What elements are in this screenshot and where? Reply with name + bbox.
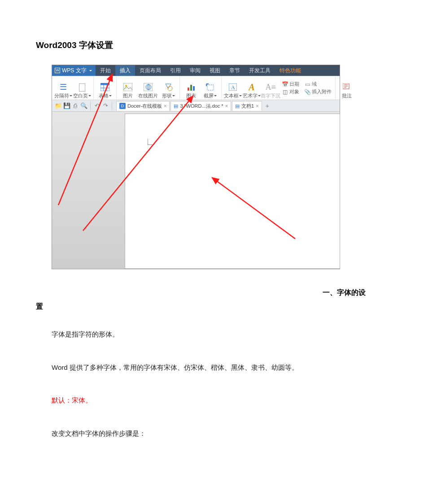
- docer-icon: D: [119, 103, 126, 109]
- doc-tab-doc1[interactable]: ▤ 文档1 ×: [232, 101, 262, 111]
- caret-down-icon: [239, 95, 242, 96]
- table-label: 表格: [99, 92, 109, 99]
- menu-references[interactable]: 引用: [166, 65, 185, 76]
- menu-special[interactable]: 特色功能: [275, 65, 306, 76]
- blank-page-icon: [79, 83, 85, 92]
- ribbon-text-col2: ▭域 📎插入附件: [302, 81, 333, 95]
- wordart-label: 艺术字: [243, 92, 258, 99]
- app-menu-button[interactable]: W WPS 文字: [52, 65, 96, 76]
- caret-down-icon: [70, 95, 72, 96]
- dropcap-label: 首字下沉: [261, 92, 280, 99]
- picture-button[interactable]: 图片: [118, 77, 137, 99]
- blank-page-label: 空白页: [73, 92, 88, 99]
- section-heading-cont: 置: [36, 302, 388, 311]
- object-label: 对象: [289, 88, 299, 95]
- svg-point-7: [125, 85, 127, 87]
- close-icon[interactable]: ×: [164, 103, 166, 109]
- svg-rect-14: [188, 88, 189, 91]
- picture-icon: [123, 83, 133, 92]
- field-label: 域: [312, 81, 317, 88]
- save-icon[interactable]: 💾: [63, 102, 70, 110]
- new-tab-button[interactable]: +: [263, 101, 272, 110]
- menu-section[interactable]: 章节: [225, 65, 245, 76]
- ribbon-group-illustrations: 图片 在线图片 形状: [117, 76, 180, 100]
- menu-view[interactable]: 视图: [205, 65, 225, 76]
- doc-tab-docer[interactable]: D Docer-在线模板 ×: [116, 101, 170, 111]
- section-heading: 一、字体的设: [323, 289, 366, 296]
- screenshot-icon: [205, 83, 215, 92]
- menu-review[interactable]: 审阅: [185, 65, 205, 76]
- separator-button[interactable]: ☰ 分隔符: [54, 77, 73, 99]
- redo-icon[interactable]: ↷: [102, 102, 109, 110]
- print-preview-icon[interactable]: 🔍: [80, 102, 87, 110]
- object-button[interactable]: ◫对象: [282, 88, 301, 95]
- svg-rect-16: [193, 86, 195, 91]
- ribbon: ☰ 分隔符 空白页 表格: [52, 76, 340, 100]
- shapes-icon: [163, 83, 173, 92]
- menu-page-layout[interactable]: 页面布局: [135, 65, 166, 76]
- tabs-bar: 📁 💾 ⎙ 🔍 ↶ ↷ D Docer-在线模板 × ▤ 3 "WORD...法…: [52, 100, 340, 112]
- screenshot-button[interactable]: 截屏: [201, 77, 219, 99]
- caret-down-icon: [109, 95, 112, 96]
- comment-button[interactable]: 批注: [337, 77, 356, 99]
- date-button[interactable]: 📅日期: [282, 81, 301, 88]
- separator: [90, 102, 91, 110]
- close-icon[interactable]: ×: [256, 103, 258, 109]
- wordart-button[interactable]: A 艺术字: [242, 77, 261, 99]
- shapes-label: 形状: [162, 92, 172, 99]
- caret-down-icon: [89, 70, 92, 71]
- ribbon-group-comment: 批注: [336, 76, 358, 100]
- chart-icon: [186, 83, 196, 92]
- dropcap-button[interactable]: A≡ 首字下沉: [261, 77, 280, 99]
- online-picture-button[interactable]: 在线图片: [137, 77, 159, 99]
- svg-text:A: A: [231, 84, 235, 91]
- caret-down-icon: [172, 95, 175, 96]
- svg-rect-15: [190, 85, 192, 91]
- doc-icon: ▤: [235, 103, 240, 109]
- ribbon-group-text: A 文本框 A 艺术字 A≡ 首字下沉 📅日期 ◫对象 ▭域: [222, 76, 336, 100]
- print-icon[interactable]: ⎙: [72, 102, 79, 110]
- blank-page-button[interactable]: 空白页: [73, 77, 92, 99]
- svg-rect-5: [101, 83, 109, 85]
- wps-logo-icon: W: [55, 68, 60, 73]
- field-button[interactable]: ▭域: [304, 81, 332, 88]
- wps-window: W WPS 文字 开始 插入 页面布局 引用 审阅 视图 章节 开发工具 特色功…: [52, 65, 340, 269]
- doc-icon: ▤: [174, 103, 178, 109]
- textbox-label: 文本框: [224, 92, 239, 99]
- doc-tab-label: 3 "WORD...法.doc *: [180, 103, 223, 110]
- table-button[interactable]: 表格: [96, 77, 114, 99]
- caret-down-icon: [214, 95, 217, 96]
- shapes-button[interactable]: 形状: [159, 77, 178, 99]
- document-canvas[interactable]: [52, 112, 340, 269]
- object-icon: ◫: [282, 89, 288, 95]
- menu-bar: W WPS 文字 开始 插入 页面布局 引用 审阅 视图 章节 开发工具 特色功…: [52, 65, 340, 76]
- undo-icon[interactable]: ↶: [93, 102, 101, 110]
- comment-icon: [342, 83, 352, 92]
- menu-start[interactable]: 开始: [96, 65, 115, 76]
- chart-label: 图表: [186, 92, 196, 99]
- wordart-icon: A: [247, 83, 257, 92]
- online-picture-label: 在线图片: [138, 92, 158, 99]
- attachment-label: 插入附件: [312, 88, 332, 95]
- paragraph-highlight: 默认：宋体。: [52, 394, 388, 406]
- online-picture-icon: [143, 83, 153, 92]
- margin-mark-icon: [148, 139, 154, 145]
- page: [125, 114, 340, 269]
- open-icon[interactable]: 📁: [55, 102, 62, 110]
- attachment-button[interactable]: 📎插入附件: [304, 88, 332, 95]
- separator-label: 分隔符: [54, 92, 69, 99]
- close-icon[interactable]: ×: [225, 103, 228, 109]
- picture-label: 图片: [123, 92, 133, 99]
- date-label: 日期: [289, 81, 299, 88]
- screenshot-label: 截屏: [204, 92, 214, 99]
- ribbon-text-col: 📅日期 ◫对象: [280, 81, 302, 95]
- chart-button[interactable]: 图表: [182, 77, 201, 99]
- textbox-button[interactable]: A 文本框: [223, 77, 242, 99]
- menu-insert[interactable]: 插入: [115, 65, 135, 76]
- separator-icon: ☰: [58, 83, 68, 92]
- menu-dev-tools[interactable]: 开发工具: [245, 65, 275, 76]
- svg-rect-17: [207, 85, 214, 90]
- doc-tab-word[interactable]: ▤ 3 "WORD...法.doc * ×: [170, 101, 231, 111]
- ribbon-group-table: 表格: [94, 76, 117, 100]
- paragraph: 字体是指字符的形体。: [52, 329, 388, 340]
